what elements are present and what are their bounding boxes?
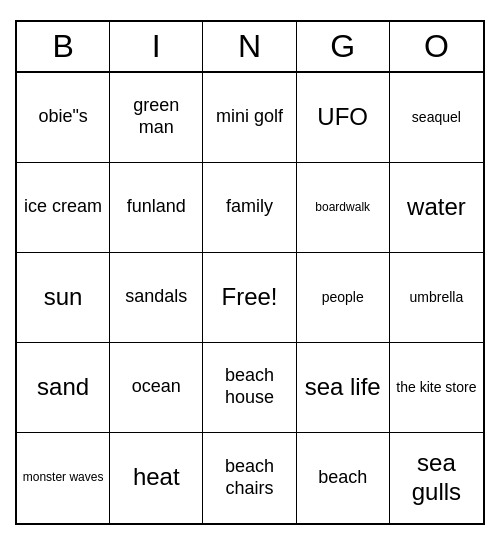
bingo-cell: ocean [110, 343, 203, 433]
bingo-cell: family [203, 163, 296, 253]
bingo-cell: obie"s [17, 73, 110, 163]
bingo-cell: green man [110, 73, 203, 163]
cell-text: ocean [132, 376, 181, 398]
cell-text: beach [318, 467, 367, 489]
bingo-cell: monster waves [17, 433, 110, 523]
bingo-cell: sandals [110, 253, 203, 343]
cell-text: beach chairs [207, 456, 291, 499]
header-letter: G [297, 22, 390, 71]
cell-text: the kite store [396, 379, 476, 396]
cell-text: water [407, 193, 466, 222]
bingo-card: BINGO obie"sgreen manmini golfUFOseaquel… [15, 20, 485, 525]
bingo-cell: sun [17, 253, 110, 343]
bingo-cell: heat [110, 433, 203, 523]
header-letter: B [17, 22, 110, 71]
cell-text: green man [114, 95, 198, 138]
bingo-cell: funland [110, 163, 203, 253]
cell-text: sandals [125, 286, 187, 308]
cell-text: umbrella [410, 289, 464, 306]
header-letter: N [203, 22, 296, 71]
cell-text: sun [44, 283, 83, 312]
cell-text: seaquel [412, 109, 461, 126]
cell-text: beach house [207, 365, 291, 408]
cell-text: sea gulls [394, 449, 479, 507]
bingo-cell: mini golf [203, 73, 296, 163]
bingo-cell: beach house [203, 343, 296, 433]
cell-text: Free! [221, 283, 277, 312]
bingo-cell: umbrella [390, 253, 483, 343]
cell-text: obie"s [38, 106, 87, 128]
header-letter: I [110, 22, 203, 71]
bingo-cell: Free! [203, 253, 296, 343]
cell-text: monster waves [23, 470, 104, 484]
cell-text: ice cream [24, 196, 102, 218]
bingo-cell: UFO [297, 73, 390, 163]
bingo-cell: the kite store [390, 343, 483, 433]
bingo-cell: people [297, 253, 390, 343]
cell-text: family [226, 196, 273, 218]
bingo-cell: beach [297, 433, 390, 523]
bingo-cell: water [390, 163, 483, 253]
bingo-cell: seaquel [390, 73, 483, 163]
cell-text: people [322, 289, 364, 306]
bingo-cell: boardwalk [297, 163, 390, 253]
cell-text: boardwalk [315, 200, 370, 214]
cell-text: sea life [305, 373, 381, 402]
bingo-cell: sea life [297, 343, 390, 433]
bingo-grid: obie"sgreen manmini golfUFOseaquelice cr… [17, 73, 483, 523]
bingo-header: BINGO [17, 22, 483, 73]
bingo-cell: sand [17, 343, 110, 433]
cell-text: heat [133, 463, 180, 492]
cell-text: sand [37, 373, 89, 402]
cell-text: funland [127, 196, 186, 218]
header-letter: O [390, 22, 483, 71]
bingo-cell: ice cream [17, 163, 110, 253]
bingo-cell: sea gulls [390, 433, 483, 523]
cell-text: mini golf [216, 106, 283, 128]
bingo-cell: beach chairs [203, 433, 296, 523]
cell-text: UFO [317, 103, 368, 132]
